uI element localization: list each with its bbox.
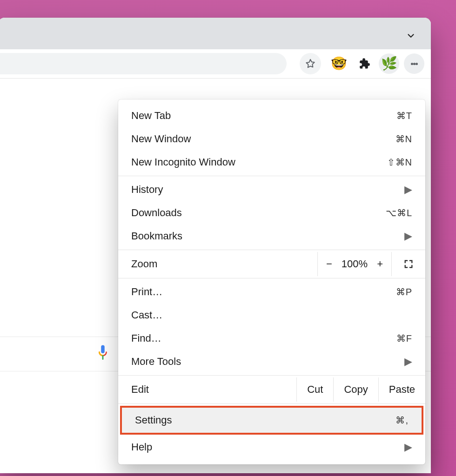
menu-label: Print…	[131, 286, 162, 298]
menu-item-settings[interactable]: Settings ⌘,	[122, 408, 422, 433]
microphone-icon	[96, 344, 110, 363]
extensions-button[interactable]	[354, 53, 374, 74]
chevron-down-icon	[406, 31, 416, 41]
edit-paste-button[interactable]: Paste	[378, 377, 425, 402]
tutorial-highlight: Settings ⌘,	[120, 406, 423, 435]
menu-item-find[interactable]: Find… ⌘F	[118, 327, 425, 350]
menu-item-zoom: Zoom − 100% +	[118, 252, 425, 276]
leaf-icon: 🌿	[381, 57, 397, 70]
menu-label: Help	[131, 441, 152, 453]
menu-shortcut: ⌘,	[396, 415, 409, 426]
menu-item-print[interactable]: Print… ⌘P	[118, 280, 425, 304]
chevron-right-icon: ▶	[404, 230, 412, 242]
menu-label: Downloads	[131, 207, 182, 219]
menu-label: Cast…	[131, 309, 162, 321]
menu-item-more-tools[interactable]: More Tools ▶	[118, 350, 425, 373]
bookmark-star-button[interactable]	[300, 53, 321, 74]
menu-shortcut: ⌘P	[396, 286, 412, 298]
fullscreen-button[interactable]	[391, 252, 425, 276]
pinned-extension-button[interactable]: 🌿	[379, 53, 399, 74]
menu-item-cast[interactable]: Cast…	[118, 304, 425, 327]
vertical-dots-icon	[411, 63, 413, 65]
fullscreen-icon	[403, 259, 414, 269]
menu-item-new-tab[interactable]: New Tab ⌘T	[118, 99, 425, 127]
edit-copy-button[interactable]: Copy	[333, 377, 378, 402]
menu-label: New Incognito Window	[131, 156, 235, 168]
menu-shortcut: ⌘F	[396, 333, 412, 344]
menu-label: Edit	[118, 383, 296, 396]
avatar-icon: 🤓	[331, 57, 347, 70]
tab-search-button[interactable]	[405, 30, 417, 42]
address-bar[interactable]	[0, 53, 287, 74]
menu-label: More Tools	[131, 356, 181, 368]
chrome-menu-button[interactable]	[404, 53, 424, 74]
menu-label: Find…	[131, 332, 161, 344]
menu-shortcut: ⌘T	[396, 110, 412, 121]
menu-item-downloads[interactable]: Downloads ⌥⌘L	[118, 201, 425, 225]
profile-avatar-button[interactable]: 🤓	[329, 53, 349, 74]
menu-shortcut: ⇧⌘N	[387, 157, 412, 168]
edit-cut-button[interactable]: Cut	[296, 377, 333, 402]
menu-label: Zoom	[118, 258, 317, 270]
chevron-right-icon: ▶	[404, 441, 412, 453]
zoom-in-button[interactable]: +	[377, 258, 383, 270]
menu-item-history[interactable]: History ▶	[118, 178, 425, 201]
menu-label: Settings	[135, 414, 172, 426]
tab-strip	[0, 18, 431, 49]
menu-item-edit: Edit Cut Copy Paste	[118, 377, 425, 402]
chrome-overflow-menu: New Tab ⌘T New Window ⌘N New Incognito W…	[118, 99, 425, 464]
voice-search-button[interactable]	[96, 344, 110, 363]
browser-toolbar: 🤓 🌿	[0, 49, 431, 79]
puzzle-icon	[357, 57, 370, 70]
menu-item-new-incognito[interactable]: New Incognito Window ⇧⌘N	[118, 151, 425, 174]
menu-item-help[interactable]: Help ▶	[118, 436, 425, 464]
menu-label: New Window	[131, 133, 191, 145]
zoom-out-button[interactable]: −	[326, 258, 332, 270]
star-icon	[304, 58, 316, 70]
menu-item-bookmarks[interactable]: Bookmarks ▶	[118, 225, 425, 248]
zoom-level: 100%	[342, 258, 368, 270]
menu-item-new-window[interactable]: New Window ⌘N	[118, 127, 425, 151]
chevron-right-icon: ▶	[404, 356, 412, 368]
menu-shortcut: ⌥⌘L	[386, 207, 412, 218]
svg-rect-0	[101, 345, 105, 354]
menu-label: History	[131, 184, 163, 196]
menu-label: New Tab	[131, 110, 171, 122]
chevron-right-icon: ▶	[404, 184, 412, 196]
menu-shortcut: ⌘N	[396, 133, 412, 145]
chrome-window: 🤓 🌿 New Tab ⌘T	[0, 18, 431, 473]
menu-label: Bookmarks	[131, 230, 182, 242]
